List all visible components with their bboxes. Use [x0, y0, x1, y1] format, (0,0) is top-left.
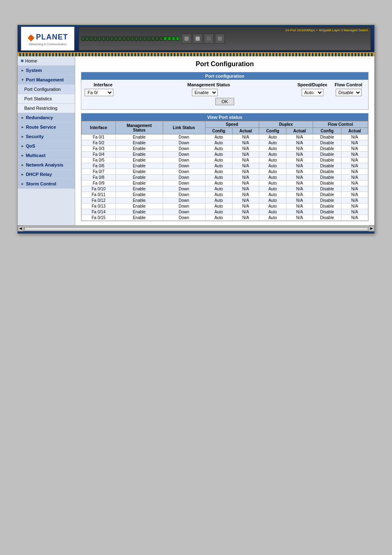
sidebar-item-network-analysis[interactable]: ► Network Analysis — [18, 160, 75, 170]
scroll-left-button[interactable]: ◀ — [18, 226, 23, 231]
port-status-box-title: View Port status — [81, 113, 368, 121]
cell-link: Down — [163, 215, 205, 221]
horizontal-scrollbar[interactable]: ◀ ▶ — [18, 225, 374, 231]
th-duplex-config: Config — [259, 128, 286, 134]
cell-mgmt: Enable — [115, 180, 163, 186]
management-status-select[interactable]: Enable Disable — [192, 89, 218, 96]
scroll-track[interactable] — [24, 227, 368, 230]
cell-dup-act: N/A — [286, 157, 313, 163]
cell-speed-act: N/A — [233, 186, 259, 192]
sidebar-item-redundancy[interactable]: ► Redundancy — [18, 113, 75, 123]
cell-fc-cfg: Disable — [313, 140, 341, 146]
sidebar-item-route-service-label: Route Service — [26, 125, 56, 130]
port-config-box-title: Port configuration — [81, 72, 368, 80]
th-duplex: Duplex — [259, 121, 313, 128]
sidebar-item-system[interactable]: ► System — [18, 66, 75, 75]
cell-fc-act: N/A — [341, 180, 368, 186]
cell-dup-act: N/A — [286, 204, 313, 209]
cell-speed-cfg: Auto — [205, 146, 233, 152]
cell-dup-act: N/A — [286, 169, 313, 175]
sidebar-item-band-restricting[interactable]: Band Restricting — [18, 104, 75, 113]
sidebar-item-multicast[interactable]: ► Multicast — [18, 151, 75, 160]
ok-button[interactable]: OK — [215, 98, 234, 105]
port-8 — [110, 37, 113, 41]
cell-fc-act: N/A — [341, 134, 368, 140]
sidebar-item-port-stats-label: Port Statistics — [24, 96, 52, 101]
cell-dup-act: N/A — [286, 140, 313, 146]
sidebar-item-redundancy-label: Redundancy — [26, 115, 53, 120]
icon-btn-3[interactable] — [204, 34, 214, 44]
cell-dup-cfg: Auto — [259, 215, 286, 221]
th-fc-actual: Actual — [341, 128, 368, 134]
cell-fc-act: N/A — [341, 175, 368, 180]
cell-interface: Fa 0/8 — [82, 175, 116, 180]
port-12 — [127, 37, 130, 41]
cell-interface: Fa 0/6 — [82, 163, 116, 169]
sidebar-item-dhcp-relay-label: DHCP Relay — [26, 172, 52, 177]
cell-fc-cfg: Disable — [313, 157, 341, 163]
sidebar-item-qos[interactable]: ► QoS — [18, 141, 75, 151]
port-status-box: View Port status Interface ManagementSta… — [81, 113, 369, 221]
sidebar-item-home-label: Home — [25, 58, 37, 63]
sidebar-item-route-service[interactable]: ► Route Service — [18, 123, 75, 132]
cell-fc-act: N/A — [341, 163, 368, 169]
cell-dup-cfg: Auto — [259, 175, 286, 180]
th-duplex-actual: Actual — [286, 128, 313, 134]
svg-rect-2 — [207, 37, 211, 41]
home-bullet-icon — [21, 60, 23, 62]
logo-subtitle: Networking & Communication — [29, 43, 67, 46]
cell-fc-cfg: Disable — [313, 146, 341, 152]
sidebar: Home ► System ▼ Port Management Port Con… — [18, 56, 75, 225]
sidebar-item-security[interactable]: ► Security — [18, 132, 75, 141]
switch-title-label: 24-Port 10/100Mbps + 4Gigabit Layer 3 Ma… — [285, 28, 368, 32]
scroll-right-button[interactable]: ▶ — [369, 226, 374, 231]
table-row: Fa 0/3 Enable Down Auto N/A Auto N/A Dis… — [82, 146, 368, 152]
cell-fc-cfg: Disable — [313, 204, 341, 209]
cell-speed-cfg: Auto — [205, 192, 233, 198]
port-status-table: Interface ManagementStatus Link Status S… — [81, 121, 368, 221]
cell-speed-act: N/A — [233, 180, 259, 186]
sidebar-item-port-config[interactable]: Port Configuration — [18, 85, 75, 94]
flow-control-select[interactable]: Disable Enable — [336, 89, 362, 96]
cell-link: Down — [163, 180, 205, 186]
stripe-bar — [18, 53, 374, 56]
interface-select[interactable]: Fa 0/ — [85, 89, 113, 96]
cell-fc-cfg: Disable — [313, 163, 341, 169]
speed-duplex-select[interactable]: Auto 10H 10F 100H 100F — [302, 89, 323, 96]
cell-fc-act: N/A — [341, 186, 368, 192]
icon-btn-1[interactable] — [182, 34, 191, 44]
cell-speed-act: N/A — [233, 204, 259, 209]
cell-dup-cfg: Auto — [259, 180, 286, 186]
sidebar-item-storm-control[interactable]: ► Storm Control — [18, 179, 75, 189]
cell-dup-act: N/A — [286, 152, 313, 157]
port-4 — [94, 37, 97, 41]
multicast-arrow-icon: ► — [21, 154, 24, 157]
cell-mgmt: Enable — [115, 192, 163, 198]
icon-btn-4[interactable] — [215, 34, 225, 44]
sidebar-item-port-mgmt[interactable]: ▼ Port Management — [18, 75, 75, 85]
cell-fc-act: N/A — [341, 209, 368, 215]
sidebar-item-dhcp-relay[interactable]: ► DHCP Relay — [18, 170, 75, 179]
port-2 — [85, 37, 89, 41]
cell-link: Down — [163, 169, 205, 175]
cell-dup-act: N/A — [286, 163, 313, 169]
cell-interface: Fa 0/7 — [82, 169, 116, 175]
sidebar-item-port-stats[interactable]: Port Statistics — [18, 94, 75, 104]
th-fc-config: Config — [313, 128, 341, 134]
cell-mgmt: Enable — [115, 215, 163, 221]
config-inputs-row: Fa 0/ Enable Disable Auto — [85, 89, 365, 96]
port-status-scroll-area[interactable]: Interface ManagementStatus Link Status S… — [81, 121, 368, 221]
table-row: Fa 0/13 Enable Down Auto N/A Auto N/A Di… — [82, 204, 368, 209]
th-mgmt-status: ManagementStatus — [115, 121, 163, 134]
port-6 — [102, 37, 105, 41]
cell-dup-cfg: Auto — [259, 209, 286, 215]
cell-speed-cfg: Auto — [205, 215, 233, 221]
security-arrow-icon: ► — [21, 135, 24, 139]
sidebar-item-home[interactable]: Home — [18, 56, 75, 66]
cell-link: Down — [163, 134, 205, 140]
cell-link: Down — [163, 175, 205, 180]
cell-dup-act: N/A — [286, 192, 313, 198]
cell-fc-act: N/A — [341, 157, 368, 163]
icon-btn-2[interactable] — [193, 34, 203, 44]
port-24 — [176, 37, 179, 41]
